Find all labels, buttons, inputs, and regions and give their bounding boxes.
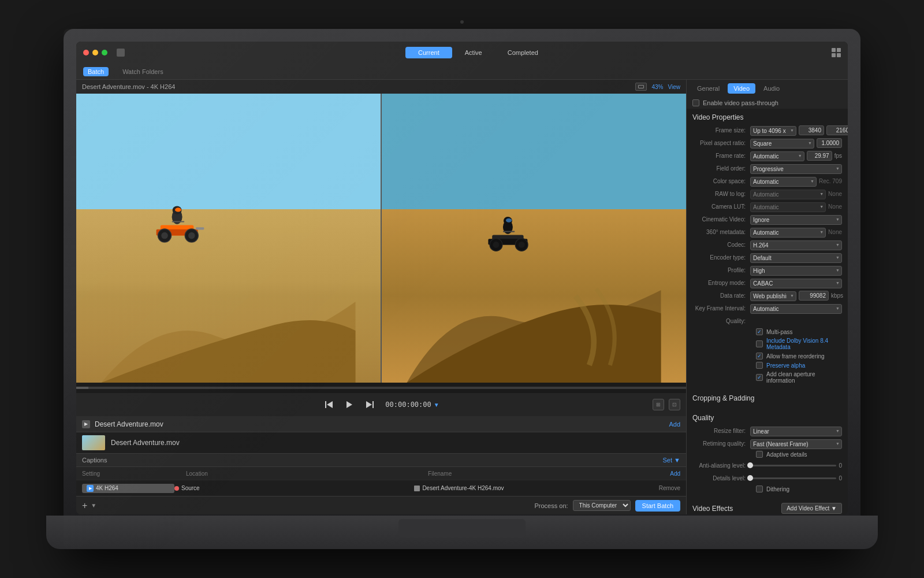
frame-width-field[interactable] [799,125,824,135]
add-video-effect-button[interactable]: Add Video Effect ▼ [781,503,842,514]
scene-left [76,94,381,383]
play-button[interactable] [344,399,355,410]
color-space-select[interactable]: Automatic [750,177,817,187]
resize-filter-select[interactable]: Linear [750,427,842,436]
dithering-row: Dithering [687,484,848,494]
frame-reordering-label: Allow frame reordering [766,353,825,360]
tracks [382,209,686,383]
dolby-vision-checkbox[interactable] [756,340,763,347]
codec-select-wrapper: H.264 [750,239,842,250]
data-rate-unit: kbps [831,292,843,299]
file-row: Desert Adventure.mov [76,432,686,453]
keyframe-control: Automatic [750,303,842,314]
antialiasing-slider [750,465,836,466]
frame-rate-select[interactable]: Automatic [750,151,804,161]
tab-watch-folders[interactable]: Watch Folders [118,67,168,76]
right-panel: General Video Audio Enable video pass-th… [686,80,848,514]
tab-audio[interactable]: Audio [758,83,785,94]
setting-badge: ▶ 4K H264 [82,484,174,493]
svg-point-8 [188,232,195,239]
tab-video[interactable]: Video [728,83,755,94]
antialiasing-thumb[interactable] [747,462,753,468]
start-batch-button[interactable]: Start Batch [635,500,680,512]
tab-completed[interactable]: Completed [495,47,551,58]
raw-to-log-select[interactable]: Automatic [750,190,826,199]
frame-reordering-checkbox[interactable] [756,353,763,360]
zoom-control[interactable]: 43% [651,84,663,90]
maximize-button[interactable] [102,50,107,55]
codec-select[interactable]: H.264 [750,240,842,250]
view-dropdown[interactable]: View [668,84,681,90]
retiming-row: Retiming quality: Fast (Nearest Frame) [687,437,848,450]
timecode-dropdown[interactable]: ▼ [434,402,439,408]
layout-toggle-2[interactable]: ⊡ [669,399,680,410]
svg-rect-9 [172,221,185,222]
dithering-checkbox[interactable] [756,486,763,492]
tab-general[interactable]: General [691,83,725,94]
retiming-select[interactable]: Fast (Nearest Frame) [750,439,842,449]
details-value: 0 [839,475,842,481]
cinematic-select[interactable]: Ignore [750,215,842,225]
tab-active[interactable]: Active [452,47,495,58]
cinematic-select-wrapper: Ignore [750,214,842,225]
pixel-aspect-select[interactable]: Square [750,139,814,149]
entropy-select-wrapper: CABAC [750,277,842,288]
file-row-name: Desert Adventure.mov [111,439,180,447]
skip-to-end-button[interactable] [364,399,376,410]
tab-current[interactable]: Current [405,47,452,58]
cinematic-label: Cinematic Video: [692,216,750,223]
field-order-select[interactable]: Progressive [750,164,842,174]
timeline-bar[interactable] [76,383,686,393]
layout-icon[interactable] [832,48,841,57]
captions-label: Captions [82,457,107,464]
frame-height-field[interactable] [826,125,848,135]
video-effects-label: Video Effects [692,505,733,513]
add-row-button[interactable]: + [82,501,87,511]
adaptive-details-checkbox[interactable] [756,451,763,458]
entropy-select[interactable]: CABAC [750,279,842,288]
antialiasing-label: Anti-aliasing level: [692,462,750,469]
clean-aperture-checkbox[interactable] [756,374,763,381]
details-track[interactable] [750,477,836,479]
camera-lut-select[interactable]: Automatic [750,202,826,212]
keyframe-row: Key Frame Interval: Automatic [687,302,848,314]
add-row-dropdown[interactable]: ▼ [91,502,96,509]
frame-size-label: Frame size: [692,127,750,134]
pixel-aspect-value-field[interactable] [817,138,842,148]
profile-select[interactable]: High [750,266,842,276]
sidebar-toggle-icon[interactable] [117,49,125,57]
svg-point-2 [175,208,181,212]
pixel-aspect-label: Pixel aspect ratio: [692,140,750,146]
layout-toggle-1[interactable]: ⊞ [653,399,664,410]
frame-size-select[interactable]: Up to 4096 x 2304 [750,126,796,136]
captions-set-button[interactable]: Set ▼ [663,457,680,464]
timeline-track[interactable] [76,387,686,389]
preserve-alpha-checkbox[interactable] [756,362,763,369]
playback-right-controls: ⊞ ⊡ [653,399,680,410]
skip-to-start-button[interactable] [323,399,335,410]
captions-add-button[interactable]: Add [670,470,680,477]
tab-batch[interactable]: Batch [83,67,109,76]
multi-pass-checkbox[interactable] [756,328,763,335]
close-button[interactable] [83,50,89,55]
fps-label: fps [834,153,842,159]
entropy-control: CABAC [750,277,842,288]
pixel-aspect-select-wrapper: Square [750,138,814,149]
details-thumb[interactable] [747,475,753,481]
process-on-select[interactable]: This Computer [573,500,631,511]
data-rate-select[interactable]: Web publishing [750,291,796,301]
remove-button[interactable]: Remove [659,485,680,491]
encoder-type-select[interactable]: Default [750,253,842,263]
keyframe-select[interactable]: Automatic [750,304,842,314]
add-file-button[interactable]: Add [669,421,680,428]
frame-rate-value-field[interactable] [807,151,832,161]
passthrough-checkbox[interactable] [692,99,699,106]
360-metadata-select[interactable]: Automatic [750,228,826,238]
data-rate-value-field[interactable] [799,291,829,301]
col-filename-header: Filename [428,470,670,477]
antialiasing-track[interactable] [750,465,836,466]
details-level-control: 0 [750,475,842,481]
scene-right [382,94,686,383]
minimize-button[interactable] [92,50,98,55]
preserve-alpha-row: Preserve alpha [687,361,848,370]
